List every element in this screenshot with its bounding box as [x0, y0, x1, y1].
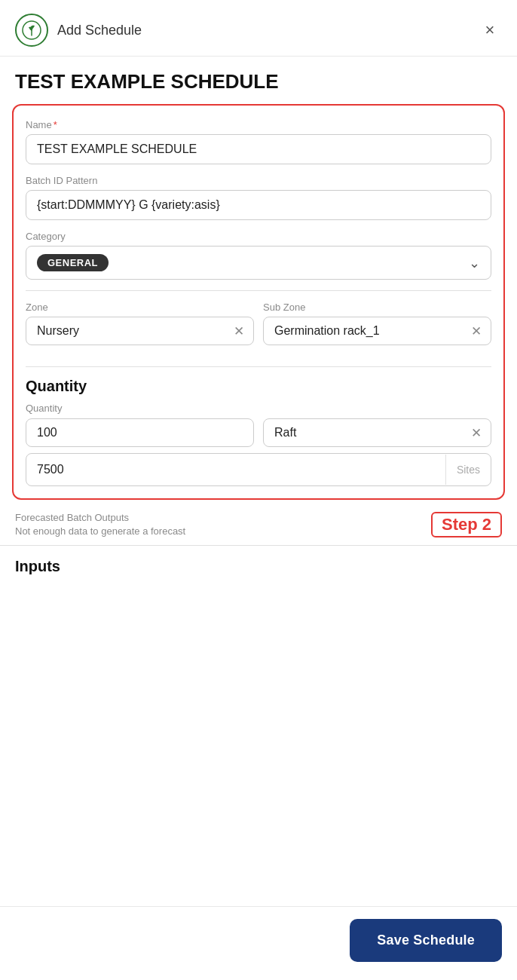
header-title: Add Schedule: [57, 23, 142, 38]
batch-id-label: Batch ID Pattern: [26, 175, 491, 186]
sites-input[interactable]: [26, 454, 445, 485]
quantity-input[interactable]: [37, 426, 246, 439]
zone-field-group: Zone Nursery ✕: [26, 302, 254, 345]
modal-container: Add Schedule × TEST EXAMPLE SCHEDULE Nam…: [0, 0, 517, 980]
quantity-field-label: Quantity: [26, 403, 491, 414]
name-label: Name*: [26, 119, 491, 130]
forecast-label: Forecasted Batch Outputs: [15, 512, 185, 523]
close-button[interactable]: ×: [478, 18, 502, 42]
logo-icon: [15, 14, 48, 47]
forecast-section: Forecasted Batch Outputs Not enough data…: [0, 500, 517, 545]
category-field-group: Category GENERAL ⌄: [26, 231, 491, 280]
zone-label: Zone: [26, 302, 254, 313]
zone-input-wrap: Nursery ✕: [26, 317, 254, 345]
raft-clear-button[interactable]: ✕: [470, 427, 483, 439]
form-card: Name* Batch ID Pattern Category GENERAL …: [12, 104, 505, 500]
category-badge: GENERAL: [37, 254, 109, 271]
footer: Save Schedule: [0, 906, 517, 980]
divider-2: [26, 366, 491, 367]
name-field-group: Name*: [26, 119, 491, 164]
zone-clear-button[interactable]: ✕: [232, 325, 246, 338]
forecast-row: Forecasted Batch Outputs Not enough data…: [15, 512, 502, 537]
raft-input-wrap: Raft ✕: [263, 418, 491, 447]
quantity-title: Quantity: [26, 378, 491, 395]
modal-header: Add Schedule ×: [0, 0, 517, 57]
save-schedule-button[interactable]: Save Schedule: [350, 919, 502, 962]
quantity-row: Raft ✕: [26, 418, 491, 447]
category-label: Category: [26, 231, 491, 242]
subzone-value: Germination rack_1: [274, 324, 470, 338]
divider-1: [26, 290, 491, 291]
sites-label: Sites: [445, 455, 491, 485]
batch-id-input[interactable]: [26, 190, 491, 220]
category-dropdown[interactable]: GENERAL ⌄: [26, 246, 491, 280]
forecast-text-block: Forecasted Batch Outputs Not enough data…: [15, 512, 185, 537]
zone-subzone-row: Zone Nursery ✕ Sub Zone Germination rack…: [26, 302, 491, 356]
subzone-label: Sub Zone: [263, 302, 491, 313]
page-title: TEST EXAMPLE SCHEDULE: [0, 57, 517, 104]
sites-row: Sites: [26, 453, 491, 486]
chevron-down-icon: ⌄: [469, 255, 480, 271]
subzone-input-wrap: Germination rack_1 ✕: [263, 317, 491, 345]
inputs-section: Inputs: [0, 546, 517, 575]
inputs-title: Inputs: [15, 558, 502, 575]
forecast-no-data: Not enough data to generate a forecast: [15, 525, 185, 537]
batch-id-field-group: Batch ID Pattern: [26, 175, 491, 220]
zone-value: Nursery: [37, 324, 232, 338]
subzone-field-group: Sub Zone Germination rack_1 ✕: [263, 302, 491, 345]
name-input[interactable]: [26, 134, 491, 164]
subzone-clear-button[interactable]: ✕: [470, 325, 483, 338]
step2-badge: Step 2: [431, 512, 502, 537]
quantity-input-wrap: [26, 418, 254, 447]
required-indicator: *: [54, 119, 57, 130]
header-left: Add Schedule: [15, 14, 142, 47]
raft-value: Raft: [274, 426, 470, 439]
